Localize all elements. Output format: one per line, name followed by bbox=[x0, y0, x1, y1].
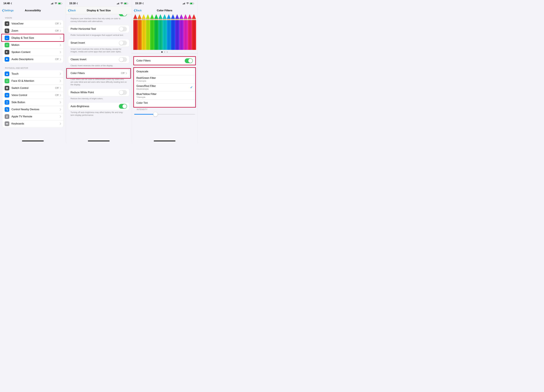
row-label: VoiceOver bbox=[12, 22, 55, 25]
wifi-icon bbox=[54, 2, 57, 4]
filter-option-red-green-filter[interactable]: Red/Green FilterProtanopia bbox=[134, 75, 195, 83]
svg-rect-22 bbox=[7, 87, 8, 88]
row-label: Blue/Yellow Filter bbox=[136, 92, 193, 96]
chevron-left-icon bbox=[2, 9, 4, 12]
svg-rect-3 bbox=[53, 2, 54, 4]
page-indicator[interactable] bbox=[132, 50, 197, 53]
pencil bbox=[158, 14, 163, 50]
row-prefer-horizontal-text[interactable]: Prefer Horizontal Text bbox=[68, 25, 129, 33]
row-side-button[interactable]: Side Button bbox=[2, 99, 63, 106]
svg-rect-6 bbox=[62, 3, 62, 4]
row-keyboards[interactable]: Keyboards bbox=[2, 120, 63, 127]
svg-rect-53 bbox=[184, 3, 185, 4]
svg-rect-46 bbox=[118, 3, 119, 4]
svg-text:A: A bbox=[6, 37, 7, 39]
toggle[interactable] bbox=[119, 90, 127, 95]
svg-rect-41 bbox=[7, 123, 8, 124]
toggle[interactable] bbox=[119, 40, 127, 45]
toggle[interactable] bbox=[119, 14, 127, 16]
filter-option-color-tint[interactable]: Color Tint bbox=[134, 99, 195, 107]
row-auto-brightness[interactable]: Auto-Brightness bbox=[68, 103, 129, 110]
page-dot-2[interactable] bbox=[164, 52, 165, 53]
svg-rect-47 bbox=[119, 2, 120, 4]
row-reduce-white-point[interactable]: Reduce White Point bbox=[68, 89, 129, 96]
status-right bbox=[183, 2, 194, 5]
row-spoken-content[interactable]: Spoken Content bbox=[2, 49, 63, 56]
intensity-slider[interactable] bbox=[134, 112, 195, 117]
toggle-color-filters[interactable] bbox=[185, 58, 193, 63]
pencil bbox=[133, 14, 137, 50]
back-button[interactable]: Settings bbox=[2, 9, 13, 12]
back-button[interactable]: Back bbox=[68, 9, 76, 12]
chevron-right-icon bbox=[60, 108, 61, 110]
svg-point-15 bbox=[6, 52, 7, 52]
switch-icon bbox=[5, 86, 9, 90]
row-color-filters[interactable]: Color FiltersOff bbox=[68, 70, 129, 77]
footer-note: Color filters can be used to differentia… bbox=[66, 77, 132, 86]
page-dot-1[interactable] bbox=[161, 52, 163, 53]
chevron-right-icon bbox=[60, 23, 61, 25]
slider-thumb[interactable] bbox=[153, 112, 158, 116]
row-apple-tv-remote[interactable]: Apple TV Remote bbox=[2, 113, 63, 120]
toggle[interactable] bbox=[119, 57, 127, 62]
group-classic-invert: Classic Invert bbox=[68, 56, 129, 63]
svg-point-17 bbox=[7, 52, 7, 52]
toggle[interactable] bbox=[119, 27, 127, 31]
filter-option-blue-yellow-filter[interactable]: Blue/Yellow FilterTritanopia bbox=[134, 91, 195, 99]
row-zoom[interactable]: ZoomOff bbox=[2, 27, 63, 34]
svg-text:A: A bbox=[7, 38, 8, 39]
group-prefer-horizontal-text: Prefer Horizontal Text bbox=[68, 25, 129, 33]
row-touch[interactable]: Touch bbox=[2, 70, 63, 77]
row-label: Spoken Content bbox=[12, 51, 59, 54]
svg-rect-51 bbox=[183, 4, 183, 4]
svg-rect-45 bbox=[118, 3, 118, 4]
row-face-id-attention[interactable]: Face ID & Attention bbox=[2, 77, 63, 85]
chevron-right-icon bbox=[60, 80, 61, 82]
filter-option-green-red-filter[interactable]: Green/Red FilterDeuteranopia✓ bbox=[134, 83, 195, 91]
row-control-nearby-devices[interactable]: Control Nearby Devices bbox=[2, 106, 63, 113]
nav-bar: Back Display & Text Size bbox=[66, 7, 132, 14]
row-label: Auto-Brightness bbox=[71, 105, 119, 108]
settings-group: TouchFace ID & AttentionSwitch ControlOf… bbox=[2, 70, 63, 127]
back-button[interactable]: Back bbox=[134, 9, 142, 12]
row-audio-descriptions[interactable]: Audio DescriptionsOff bbox=[2, 56, 63, 63]
svg-rect-43 bbox=[6, 124, 8, 124]
voicectrl-icon bbox=[5, 93, 9, 98]
chevron-left-icon bbox=[68, 9, 70, 12]
pencil bbox=[150, 14, 154, 50]
dnd-moon-icon: ☾ bbox=[142, 2, 144, 5]
color-sample-pencils[interactable] bbox=[132, 14, 197, 50]
row-display-text-size[interactable]: AADisplay & Text Size bbox=[2, 34, 63, 41]
row-label: Keyboards bbox=[12, 122, 59, 125]
row-smart-invert[interactable]: Smart Invert bbox=[68, 39, 129, 46]
row-sublabel: Deuteranopia bbox=[136, 88, 190, 90]
row-voiceover[interactable]: VoiceOverOff bbox=[2, 20, 63, 27]
row-switch-control[interactable]: Switch ControlOff bbox=[2, 85, 63, 92]
faceid-icon bbox=[5, 79, 9, 83]
tvremote-icon bbox=[5, 114, 9, 119]
filter-option-grayscale[interactable]: Grayscale bbox=[134, 68, 195, 75]
row-classic-invert[interactable]: Classic Invert bbox=[68, 56, 129, 63]
row-motion[interactable]: Motion bbox=[2, 41, 63, 49]
row-label: Touch bbox=[12, 72, 59, 75]
chevron-right-icon bbox=[60, 123, 61, 125]
row-voice-control[interactable]: Voice ControlOff bbox=[2, 92, 63, 99]
nav-bar: Settings Accessibility bbox=[0, 7, 66, 14]
row-label: Control Nearby Devices bbox=[12, 108, 59, 111]
group-auto-brightness: Auto-Brightness bbox=[68, 103, 129, 110]
svg-rect-32 bbox=[6, 108, 7, 110]
row-color-filters-toggle[interactable]: Color Filters bbox=[134, 57, 195, 64]
footer-note: Turning off auto-brightness may affect b… bbox=[66, 110, 132, 116]
checkmark-icon: ✓ bbox=[190, 86, 193, 89]
toggle[interactable] bbox=[119, 104, 127, 109]
status-time: 15:19 bbox=[135, 2, 142, 5]
battery-icon bbox=[190, 2, 194, 5]
pencil bbox=[142, 14, 146, 50]
page-dot-3[interactable] bbox=[167, 52, 168, 53]
intensity-header: INTENSITY bbox=[132, 107, 197, 112]
row-label: Voice Control bbox=[12, 94, 55, 97]
dnd-moon-icon: ☾ bbox=[11, 2, 13, 5]
status-right bbox=[117, 2, 128, 5]
footer-note: Prefer horizontal text in languages that… bbox=[66, 33, 132, 36]
footer-note: Reduce the intensity of bright colors. bbox=[66, 96, 132, 100]
